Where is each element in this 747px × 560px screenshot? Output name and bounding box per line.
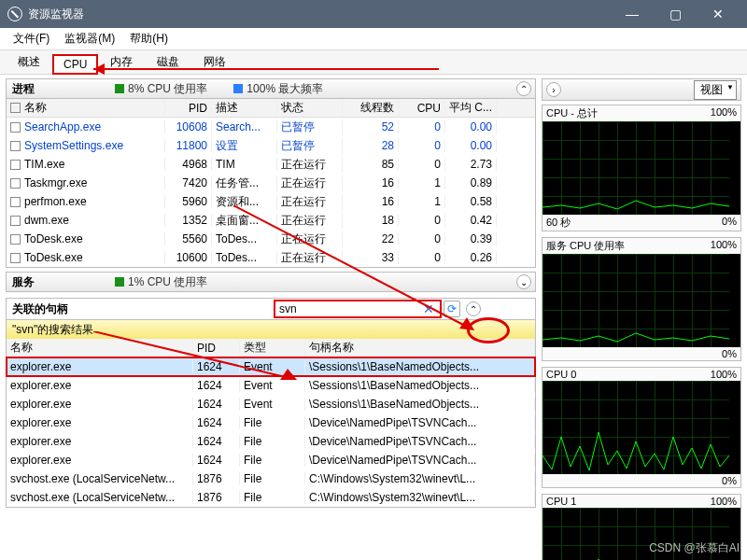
app-icon [7,7,22,21]
process-row[interactable]: dwm.exe1352桌面窗...正在运行1800.42 [7,211,535,230]
menubar: 文件(F) 监视器(M) 帮助(H) [0,28,747,50]
tab-memory[interactable]: 内存 [98,49,145,75]
collapse-icon[interactable]: ⌃ [516,81,531,96]
processes-thead: 名称 PID 描述 状态 线程数 CPU 平均 C... [7,99,535,118]
view-panel: › 视图 [542,78,741,101]
tab-cpu[interactable]: CPU [52,54,98,75]
hcol-pid[interactable]: PID [193,342,240,355]
processes-table: 名称 PID 描述 状态 线程数 CPU 平均 C... SearchApp.e… [6,99,536,268]
handles-table: 名称 PID 类型 句柄名称 explorer.exe1624Event\Ses… [6,339,536,508]
process-row[interactable]: TIM.exe4968TIM正在运行8502.73 [7,155,535,174]
minimize-button[interactable]: — [611,0,654,28]
chart-2: CPU 0100%0% [542,367,741,488]
tabbar: 概述 CPU 内存 磁盘 网络 [0,50,747,75]
col-cpu[interactable]: CPU [399,102,445,115]
menu-help[interactable]: 帮助(H) [122,31,176,47]
maximize-button[interactable]: ▢ [654,0,697,28]
nav-arrow-icon[interactable]: › [546,82,561,97]
process-row[interactable]: SearchApp.exe10608Search...已暂停5200.00 [7,118,535,136]
checkbox[interactable] [10,103,21,113]
annotation-oval [467,317,510,343]
hcol-type[interactable]: 类型 [240,340,305,356]
handle-row[interactable]: svchost.exe (LocalServiceNetw...1876File… [7,469,535,488]
col-avg[interactable]: 平均 C... [445,100,497,116]
max-freq-label: 100% 最大频率 [247,81,323,97]
process-row[interactable]: perfmon.exe5960资源和...正在运行1610.58 [7,192,535,211]
cpu-usage-label: 8% CPU 使用率 [128,81,207,97]
tab-network[interactable]: 网络 [191,49,238,75]
handles-title: 关联的句柄 [12,301,274,317]
col-state[interactable]: 状态 [277,100,343,116]
process-row[interactable]: ToDesk.exe10600ToDes...正在运行3300.26 [7,248,535,267]
processes-title: 进程 [12,81,115,97]
col-threads[interactable]: 线程数 [343,100,399,116]
handle-row[interactable]: explorer.exe1624Event\Sessions\1\BaseNam… [7,395,535,413]
green-indicator [115,277,124,287]
col-desc[interactable]: 描述 [212,100,277,116]
menu-monitor[interactable]: 监视器(M) [57,31,122,47]
hcol-handle[interactable]: 句柄名称 [305,340,535,356]
clear-search-icon[interactable]: ✕ [421,301,436,316]
services-header[interactable]: 服务 1% CPU 使用率 ⌄ [6,272,536,292]
handle-row[interactable]: explorer.exe1624File\Device\NamedPipe\TS… [7,432,535,451]
handle-row[interactable]: explorer.exe1624File\Device\NamedPipe\TS… [7,451,535,469]
watermark: CSDN @张慕白AI [649,540,740,556]
search-input[interactable] [279,302,421,315]
chart-1: 服务 CPU 使用率100%0% [542,237,741,361]
handles-thead: 名称 PID 类型 句柄名称 [7,339,535,357]
svc-usage-label: 1% CPU 使用率 [128,274,207,290]
tab-overview[interactable]: 概述 [6,49,52,75]
search-results-label: "svn"的搜索结果 [6,320,536,339]
titlebar[interactable]: 资源监视器 — ▢ ✕ [0,0,747,28]
view-select[interactable]: 视图 [694,80,737,100]
menu-file[interactable]: 文件(F) [6,31,57,47]
handle-row[interactable]: explorer.exe1624File\Device\NamedPipe\TS… [7,413,535,432]
handle-row[interactable]: explorer.exe1624Event\Sessions\1\BaseNam… [7,376,535,395]
handles-header: 关联的句柄 ✕ ⟳ ⌃ [6,298,536,320]
col-name[interactable]: 名称 [24,100,47,116]
process-row[interactable]: ToDesk.exe5560ToDes...正在运行2200.39 [7,230,535,248]
window-title: 资源监视器 [28,7,611,22]
col-pid[interactable]: PID [165,102,212,115]
process-row[interactable]: SystemSettings.exe11800设置已暂停2800.00 [7,136,535,155]
expand-icon[interactable]: ⌄ [516,274,531,289]
collapse-icon[interactable]: ⌃ [466,301,481,316]
close-button[interactable]: ✕ [697,0,740,28]
handle-row[interactable]: explorer.exe1624Event\Sessions\1\BaseNam… [7,357,535,376]
tab-disk[interactable]: 磁盘 [145,49,191,75]
process-row[interactable]: Taskmgr.exe7420任务管...正在运行1610.89 [7,174,535,192]
processes-header[interactable]: 进程 8% CPU 使用率 100% 最大频率 ⌃ [6,78,536,99]
blue-indicator [233,84,243,93]
refresh-icon[interactable]: ⟳ [444,301,460,317]
green-indicator [115,84,124,93]
services-title: 服务 [12,274,115,290]
handle-row[interactable]: svchost.exe (LocalServiceNetw...1876File… [7,488,535,507]
chart-0: CPU - 总计100%60 秒0% [542,105,741,231]
hcol-name[interactable]: 名称 [7,340,193,356]
search-field: ✕ [274,300,442,318]
